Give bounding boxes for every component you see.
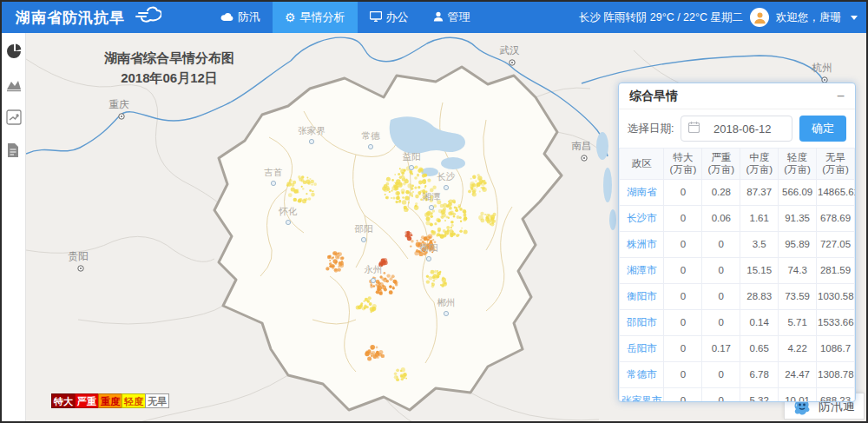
svg-text:长沙: 长沙 bbox=[437, 171, 457, 182]
table-cell: 91.35 bbox=[779, 205, 817, 231]
table-column-header: 轻度(万亩) bbox=[779, 149, 817, 180]
table-cell: 0.06 bbox=[702, 205, 740, 231]
table-cell: 566.09 bbox=[779, 179, 817, 205]
table-column-header: 严重(万亩) bbox=[702, 149, 740, 180]
table-cell: 281.59 bbox=[817, 257, 855, 283]
svg-text:吉首: 吉首 bbox=[264, 167, 283, 177]
svg-text:湘潭: 湘潭 bbox=[422, 191, 442, 202]
table-cell: 4.22 bbox=[779, 335, 817, 361]
table-cell: 678.69 bbox=[817, 205, 855, 231]
table-column-header: 中度(万亩) bbox=[740, 149, 779, 180]
report-icon[interactable] bbox=[6, 142, 22, 158]
table-column-header: 无旱(万亩) bbox=[817, 149, 855, 180]
region-link[interactable]: 湘潭市 bbox=[620, 257, 664, 283]
svg-text:怀化: 怀化 bbox=[279, 206, 299, 216]
confirm-button[interactable]: 确定 bbox=[799, 116, 846, 142]
map-city-label: 南昌 bbox=[572, 141, 592, 161]
date-value: 2018-06-12 bbox=[700, 122, 785, 135]
table-cell: 0 bbox=[702, 283, 740, 309]
table-cell: 727.05 bbox=[817, 231, 855, 257]
gear-icon: ⚙ bbox=[285, 11, 296, 23]
map-city-label: 杭州 bbox=[812, 63, 832, 83]
map-city-label: 贵阳 bbox=[69, 251, 89, 271]
cloud-logo-icon bbox=[130, 5, 161, 30]
pie-chart-icon[interactable] bbox=[6, 43, 22, 59]
legend-item-1: 严重 bbox=[75, 393, 99, 408]
nav-item-office[interactable]: 办公 bbox=[358, 2, 421, 33]
table-row: 株洲市003.595.89727.05 bbox=[620, 231, 855, 257]
region-link[interactable]: 常德市 bbox=[620, 361, 664, 387]
region-link[interactable]: 张家界市 bbox=[620, 387, 664, 402]
table-cell: 5.71 bbox=[779, 309, 817, 335]
user-icon bbox=[433, 11, 444, 23]
table-cell: 0 bbox=[664, 361, 702, 387]
table-row: 长沙市00.061.6191.35678.69 bbox=[620, 205, 855, 231]
table-cell: 0 bbox=[664, 387, 702, 402]
table-cell: 1.61 bbox=[740, 205, 779, 231]
svg-text:南昌: 南昌 bbox=[572, 141, 592, 151]
table-cell: 6.78 bbox=[740, 361, 779, 387]
panel-header: 综合旱情 − bbox=[619, 83, 855, 109]
hunan-province-shape bbox=[214, 67, 562, 410]
trend-line-icon[interactable] bbox=[6, 109, 22, 125]
svg-text:重庆: 重庆 bbox=[109, 99, 130, 109]
table-cell: 74.3 bbox=[779, 257, 817, 283]
table-row: 岳阳市00.170.654.221086.7 bbox=[620, 335, 855, 361]
svg-text:益阳: 益阳 bbox=[403, 151, 421, 162]
nav-item-label: 管理 bbox=[448, 10, 470, 25]
region-link[interactable]: 邵阳市 bbox=[620, 309, 664, 335]
region-link[interactable]: 株洲市 bbox=[620, 231, 664, 257]
minimize-icon[interactable]: − bbox=[837, 89, 845, 103]
table-cell: 15.15 bbox=[740, 257, 779, 283]
app-logo: 湖南省防汛抗旱 bbox=[16, 5, 161, 30]
map-city-label: 重庆 bbox=[109, 99, 130, 119]
area-chart-icon[interactable] bbox=[6, 76, 22, 92]
table-row: 湘潭市0015.1574.3281.59 bbox=[620, 257, 855, 283]
date-label: 选择日期: bbox=[628, 122, 674, 136]
date-input[interactable]: 2018-06-12 bbox=[681, 116, 792, 142]
table-cell: 1030.58 bbox=[817, 283, 855, 309]
map-city-label: 武汉 bbox=[500, 45, 521, 65]
region-link[interactable]: 长沙市 bbox=[620, 205, 664, 231]
drought-summary-panel: 综合旱情 − 选择日期: 2018-06-12 确定 政区特大(万亩)严重(万亩… bbox=[618, 83, 856, 402]
welcome-user[interactable]: 欢迎您，唐珊 bbox=[776, 10, 841, 25]
table-cell: 10.01 bbox=[779, 387, 817, 402]
app-window: 湖南省防汛抗旱 防汛 ⚙ 旱情分析 bbox=[0, 0, 868, 423]
table-cell: 0 bbox=[702, 387, 740, 402]
svg-text:邵阳: 邵阳 bbox=[354, 223, 373, 234]
monitor-icon bbox=[370, 11, 382, 23]
table-cell: 24.47 bbox=[779, 361, 817, 387]
region-link[interactable]: 岳阳市 bbox=[620, 335, 664, 361]
weather-info: 长沙 阵雨转阴 29°C / 22°C 星期二 bbox=[579, 10, 743, 25]
date-picker-row: 选择日期: 2018-06-12 确定 bbox=[619, 109, 855, 148]
nav-item-flood[interactable]: 防汛 bbox=[208, 2, 273, 33]
table-body: 湖南省00.2887.37566.0914865.61长沙市00.061.619… bbox=[620, 179, 855, 402]
chevron-down-icon[interactable] bbox=[851, 16, 858, 20]
panel-title: 综合旱情 bbox=[629, 89, 678, 104]
table-cell: 28.83 bbox=[740, 283, 779, 309]
table-cell: 1308.78 bbox=[817, 361, 855, 387]
legend-item-0: 特大 bbox=[51, 393, 76, 408]
avatar[interactable] bbox=[750, 8, 769, 27]
map-title-line1: 湖南省综合旱情分布图 bbox=[74, 50, 265, 67]
nav-item-label: 办公 bbox=[386, 10, 409, 25]
table-cell: 0 bbox=[664, 283, 702, 309]
cloud-icon bbox=[220, 11, 233, 23]
calendar-icon bbox=[688, 121, 700, 136]
nav-item-drought-analysis[interactable]: ⚙ 旱情分析 bbox=[273, 2, 358, 33]
region-link[interactable]: 衡阳市 bbox=[620, 283, 664, 309]
region-link[interactable]: 湖南省 bbox=[620, 179, 664, 205]
table-cell: 5.32 bbox=[740, 387, 779, 402]
left-toolbar bbox=[2, 33, 26, 421]
table-cell: 0 bbox=[702, 309, 740, 335]
table-cell: 1533.66 bbox=[817, 309, 855, 335]
table-header: 政区特大(万亩)严重(万亩)中度(万亩)轻度(万亩)无旱(万亩) bbox=[620, 149, 855, 180]
table-cell: 688.23 bbox=[817, 387, 855, 402]
table-cell: 1086.7 bbox=[817, 335, 855, 361]
legend-item-4: 无旱 bbox=[145, 393, 169, 408]
table-cell: 0 bbox=[702, 257, 740, 283]
svg-text:常德: 常德 bbox=[362, 130, 381, 141]
nav-item-admin[interactable]: 管理 bbox=[421, 2, 483, 33]
svg-text:杭州: 杭州 bbox=[812, 63, 832, 73]
table-cell: 0.28 bbox=[702, 179, 740, 205]
